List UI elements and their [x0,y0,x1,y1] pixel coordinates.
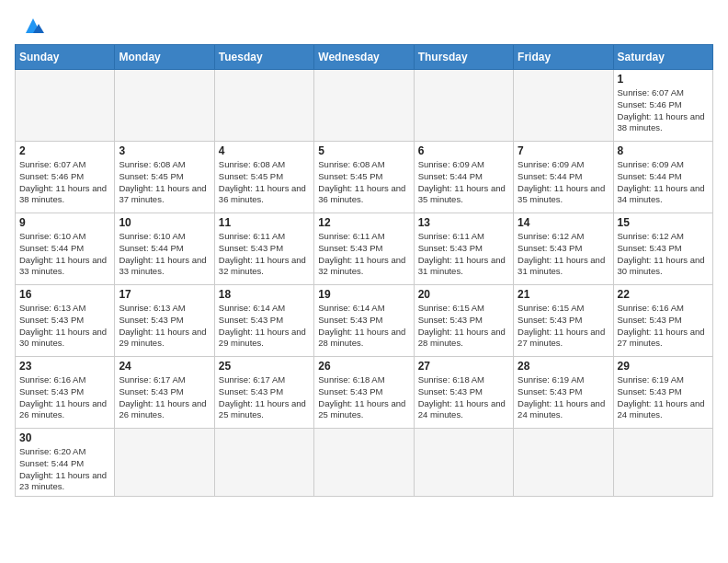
calendar-day-cell: 24Sunrise: 6:17 AM Sunset: 5:43 PM Dayli… [115,357,214,429]
calendar-day-cell [314,70,414,142]
day-number: 19 [318,288,409,301]
calendar-day-cell [16,70,115,142]
day-info: Sunrise: 6:19 AM Sunset: 5:43 PM Dayligh… [618,374,709,421]
calendar-day-cell [514,70,613,142]
day-number: 12 [318,216,409,229]
day-info: Sunrise: 6:16 AM Sunset: 5:43 PM Dayligh… [19,374,110,421]
calendar-day-cell [514,429,613,497]
day-info: Sunrise: 6:07 AM Sunset: 5:46 PM Dayligh… [19,159,110,206]
calendar-day-cell: 30Sunrise: 6:20 AM Sunset: 5:44 PM Dayli… [16,429,115,497]
day-number: 16 [19,288,110,301]
day-number: 25 [219,360,310,373]
day-info: Sunrise: 6:11 AM Sunset: 5:43 PM Dayligh… [318,231,409,278]
calendar-day-cell [214,429,313,497]
day-number: 7 [518,144,609,157]
calendar-day-cell: 5Sunrise: 6:08 AM Sunset: 5:45 PM Daylig… [314,142,414,213]
calendar-day-cell: 27Sunrise: 6:18 AM Sunset: 5:43 PM Dayli… [414,357,513,429]
calendar-day-cell [414,70,513,142]
day-number: 28 [518,360,609,373]
day-info: Sunrise: 6:08 AM Sunset: 5:45 PM Dayligh… [119,159,210,206]
day-number: 6 [418,144,509,157]
day-number: 4 [219,144,310,157]
calendar-day-header: Sunday [16,45,115,70]
calendar-day-cell: 19Sunrise: 6:14 AM Sunset: 5:43 PM Dayli… [314,285,414,357]
day-number: 24 [119,360,210,373]
day-info: Sunrise: 6:11 AM Sunset: 5:43 PM Dayligh… [418,231,509,278]
calendar-day-cell: 22Sunrise: 6:16 AM Sunset: 5:43 PM Dayli… [613,285,712,357]
day-number: 22 [618,288,709,301]
logo-icon [18,17,48,37]
day-info: Sunrise: 6:18 AM Sunset: 5:43 PM Dayligh… [418,374,509,421]
calendar-week-row: 2Sunrise: 6:07 AM Sunset: 5:46 PM Daylig… [16,142,713,213]
calendar-week-row: 9Sunrise: 6:10 AM Sunset: 5:44 PM Daylig… [16,213,713,285]
calendar-day-cell: 25Sunrise: 6:17 AM Sunset: 5:43 PM Dayli… [214,357,313,429]
calendar-day-cell: 2Sunrise: 6:07 AM Sunset: 5:46 PM Daylig… [16,142,115,213]
day-info: Sunrise: 6:19 AM Sunset: 5:43 PM Dayligh… [518,374,609,421]
page-header [15,15,713,37]
day-info: Sunrise: 6:12 AM Sunset: 5:43 PM Dayligh… [618,231,709,278]
day-number: 11 [219,216,310,229]
day-number: 5 [318,144,409,157]
day-number: 1 [618,73,709,86]
day-info: Sunrise: 6:14 AM Sunset: 5:43 PM Dayligh… [318,303,409,350]
day-number: 29 [618,360,709,373]
logo [15,15,48,37]
day-info: Sunrise: 6:18 AM Sunset: 5:43 PM Dayligh… [318,374,409,421]
day-info: Sunrise: 6:15 AM Sunset: 5:43 PM Dayligh… [518,303,609,350]
calendar-day-cell: 8Sunrise: 6:09 AM Sunset: 5:44 PM Daylig… [613,142,712,213]
day-number: 26 [318,360,409,373]
calendar-day-cell: 21Sunrise: 6:15 AM Sunset: 5:43 PM Dayli… [514,285,613,357]
calendar-day-cell [314,429,414,497]
calendar-day-cell: 23Sunrise: 6:16 AM Sunset: 5:43 PM Dayli… [16,357,115,429]
day-info: Sunrise: 6:11 AM Sunset: 5:43 PM Dayligh… [219,231,310,278]
day-info: Sunrise: 6:12 AM Sunset: 5:43 PM Dayligh… [518,231,609,278]
day-number: 21 [518,288,609,301]
calendar-week-row: 16Sunrise: 6:13 AM Sunset: 5:43 PM Dayli… [16,285,713,357]
calendar-day-cell: 18Sunrise: 6:14 AM Sunset: 5:43 PM Dayli… [214,285,313,357]
day-info: Sunrise: 6:16 AM Sunset: 5:43 PM Dayligh… [618,303,709,350]
day-info: Sunrise: 6:09 AM Sunset: 5:44 PM Dayligh… [518,159,609,206]
day-info: Sunrise: 6:08 AM Sunset: 5:45 PM Dayligh… [219,159,310,206]
day-number: 20 [418,288,509,301]
day-number: 17 [119,288,210,301]
day-info: Sunrise: 6:09 AM Sunset: 5:44 PM Dayligh… [418,159,509,206]
calendar-day-cell: 15Sunrise: 6:12 AM Sunset: 5:43 PM Dayli… [613,213,712,285]
calendar-day-cell [214,70,313,142]
calendar-day-header: Friday [514,45,613,70]
calendar-day-cell: 13Sunrise: 6:11 AM Sunset: 5:43 PM Dayli… [414,213,513,285]
day-info: Sunrise: 6:17 AM Sunset: 5:43 PM Dayligh… [219,374,310,421]
day-info: Sunrise: 6:08 AM Sunset: 5:45 PM Dayligh… [318,159,409,206]
day-number: 9 [19,216,110,229]
calendar-day-cell: 3Sunrise: 6:08 AM Sunset: 5:45 PM Daylig… [115,142,214,213]
day-number: 3 [119,144,210,157]
day-info: Sunrise: 6:10 AM Sunset: 5:44 PM Dayligh… [119,231,210,278]
day-info: Sunrise: 6:14 AM Sunset: 5:43 PM Dayligh… [219,303,310,350]
calendar-day-cell: 6Sunrise: 6:09 AM Sunset: 5:44 PM Daylig… [414,142,513,213]
calendar-day-cell: 29Sunrise: 6:19 AM Sunset: 5:43 PM Dayli… [613,357,712,429]
day-number: 13 [418,216,509,229]
calendar-day-cell: 20Sunrise: 6:15 AM Sunset: 5:43 PM Dayli… [414,285,513,357]
day-number: 18 [219,288,310,301]
calendar-day-header: Wednesday [314,45,414,70]
calendar-table: SundayMondayTuesdayWednesdayThursdayFrid… [15,44,713,497]
calendar-day-cell: 28Sunrise: 6:19 AM Sunset: 5:43 PM Dayli… [514,357,613,429]
calendar-day-cell: 17Sunrise: 6:13 AM Sunset: 5:43 PM Dayli… [115,285,214,357]
calendar-day-cell: 9Sunrise: 6:10 AM Sunset: 5:44 PM Daylig… [16,213,115,285]
day-number: 14 [518,216,609,229]
calendar-week-row: 23Sunrise: 6:16 AM Sunset: 5:43 PM Dayli… [16,357,713,429]
calendar-day-cell: 12Sunrise: 6:11 AM Sunset: 5:43 PM Dayli… [314,213,414,285]
calendar-day-cell [414,429,513,497]
day-number: 10 [119,216,210,229]
calendar-day-cell: 1Sunrise: 6:07 AM Sunset: 5:46 PM Daylig… [613,70,712,142]
calendar-day-header: Monday [115,45,214,70]
calendar-day-header: Thursday [414,45,513,70]
day-number: 15 [618,216,709,229]
day-info: Sunrise: 6:17 AM Sunset: 5:43 PM Dayligh… [119,374,210,421]
day-number: 8 [618,144,709,157]
calendar-day-cell: 11Sunrise: 6:11 AM Sunset: 5:43 PM Dayli… [214,213,313,285]
calendar-day-cell: 10Sunrise: 6:10 AM Sunset: 5:44 PM Dayli… [115,213,214,285]
calendar-day-cell: 26Sunrise: 6:18 AM Sunset: 5:43 PM Dayli… [314,357,414,429]
day-info: Sunrise: 6:15 AM Sunset: 5:43 PM Dayligh… [418,303,509,350]
day-info: Sunrise: 6:13 AM Sunset: 5:43 PM Dayligh… [19,303,110,350]
calendar-day-header: Saturday [613,45,712,70]
